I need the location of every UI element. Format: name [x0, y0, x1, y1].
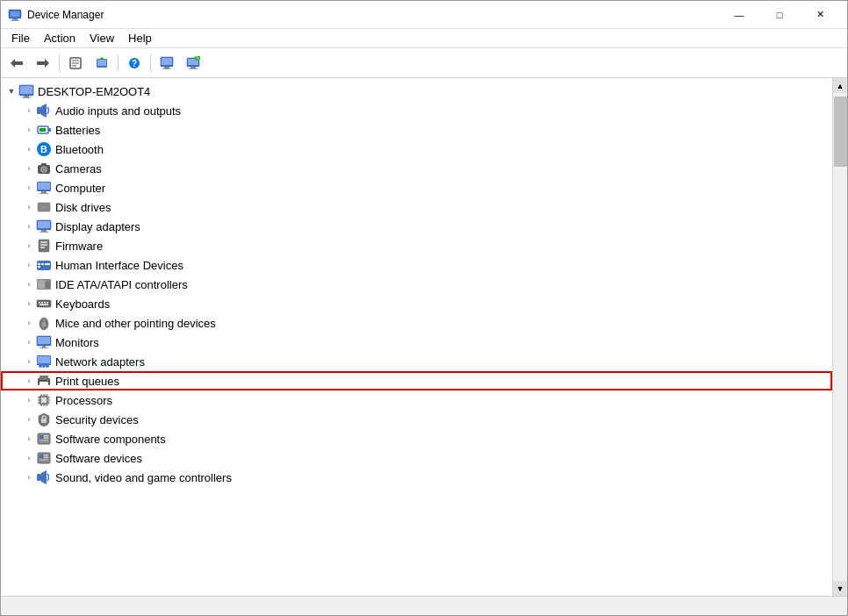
expand-arrow[interactable]: ›: [22, 374, 36, 388]
device-label: Processors: [55, 394, 112, 407]
back-button[interactable]: [4, 52, 29, 75]
svg-point-80: [39, 364, 42, 368]
device-icon: [36, 276, 52, 292]
svg-rect-44: [40, 193, 48, 194]
svg-rect-50: [41, 230, 47, 232]
status-bar: [1, 596, 847, 615]
device-icon: [36, 238, 52, 254]
tree-item[interactable]: ›Processors: [1, 390, 832, 410]
svg-rect-68: [44, 302, 46, 304]
tree-item[interactable]: ›Firmware: [1, 236, 832, 255]
expand-arrow[interactable]: ›: [22, 239, 36, 253]
svg-rect-88: [41, 398, 47, 403]
svg-rect-31: [37, 107, 41, 114]
expand-arrow[interactable]: ›: [22, 142, 36, 156]
tree-item[interactable]: ›Sound, video and game controllers: [1, 468, 832, 487]
tree-item[interactable]: ›Computer: [1, 178, 832, 197]
expand-arrow[interactable]: ›: [22, 219, 36, 233]
close-button[interactable]: ✕: [800, 1, 840, 29]
device-icon: [36, 296, 52, 312]
expand-arrow[interactable]: ›: [22, 297, 36, 311]
tree-panel[interactable]: ▼ DESKTOP-EM2OOT4 ›Audio inputs and outp…: [1, 78, 832, 596]
tree-item[interactable]: ›Print queues: [1, 371, 832, 390]
svg-marker-4: [11, 59, 15, 68]
resources-button[interactable]: [155, 52, 179, 75]
tree-item[interactable]: ›Network adapters: [1, 352, 832, 371]
svg-rect-67: [41, 302, 43, 304]
device-label: Bluetooth: [55, 143, 104, 156]
tree-item[interactable]: ›Batteries: [1, 120, 832, 140]
expand-arrow[interactable]: ›: [22, 451, 36, 465]
tree-item[interactable]: ›Audio inputs and outputs: [1, 101, 832, 120]
svg-rect-109: [40, 455, 43, 458]
svg-rect-84: [40, 376, 48, 380]
svg-text:↻: ↻: [196, 56, 199, 61]
scrollbar[interactable]: ▲ ▼: [832, 78, 847, 596]
expand-arrow[interactable]: ›: [22, 258, 36, 272]
root-item[interactable]: ▼ DESKTOP-EM2OOT4: [1, 82, 832, 101]
device-icon: [36, 161, 52, 176]
expand-arrow[interactable]: ›: [22, 355, 36, 369]
root-expand-arrow[interactable]: ▼: [4, 84, 18, 98]
svg-rect-43: [41, 191, 47, 193]
tree-item[interactable]: ›Display adapters: [1, 217, 832, 236]
scroll-up-button[interactable]: ▲: [833, 78, 848, 93]
svg-rect-104: [40, 435, 43, 439]
expand-arrow[interactable]: ›: [22, 432, 36, 446]
svg-rect-64: [46, 282, 50, 288]
help-button[interactable]: ?: [122, 52, 147, 75]
tree-item[interactable]: ›Software devices: [1, 448, 832, 468]
svg-rect-3: [11, 20, 19, 21]
tree-item[interactable]: ›Human Interface Devices: [1, 255, 832, 275]
tree-item[interactable]: ›Keyboards: [1, 294, 832, 313]
menu-action[interactable]: Action: [37, 30, 83, 47]
toolbar-separator-3: [150, 54, 151, 72]
expand-arrow[interactable]: ›: [22, 123, 36, 137]
scroll-down-button[interactable]: ▼: [833, 581, 848, 596]
expand-arrow[interactable]: ›: [22, 412, 36, 426]
tree-item[interactable]: ›Mice and other pointing devices: [1, 313, 832, 333]
expand-arrow[interactable]: ›: [22, 470, 36, 484]
expand-arrow[interactable]: ›: [22, 200, 36, 214]
svg-rect-19: [164, 67, 169, 68]
scan-button[interactable]: ↻: [181, 52, 205, 75]
tree-item[interactable]: ›Security devices: [1, 410, 832, 429]
tree-item[interactable]: ›IDE ATA/ATAPI controllers: [1, 275, 832, 294]
expand-arrow[interactable]: ›: [22, 104, 36, 118]
device-label: Batteries: [55, 124, 100, 137]
forward-button[interactable]: [31, 52, 55, 75]
svg-rect-13: [97, 60, 106, 66]
svg-text:?: ?: [132, 59, 137, 68]
svg-rect-5: [15, 61, 23, 65]
svg-rect-107: [44, 438, 48, 440]
menu-view[interactable]: View: [83, 30, 121, 47]
tree-item[interactable]: ›Software components: [1, 429, 832, 448]
svg-rect-105: [40, 440, 48, 441]
svg-rect-113: [37, 474, 41, 481]
expand-arrow[interactable]: ›: [22, 316, 36, 330]
menu-file[interactable]: File: [4, 30, 37, 47]
expand-arrow[interactable]: ›: [22, 393, 36, 407]
expand-arrow[interactable]: ›: [22, 161, 36, 175]
tree-item[interactable]: ›Monitors: [1, 333, 832, 352]
expand-arrow[interactable]: ›: [22, 335, 36, 349]
expand-arrow[interactable]: ›: [22, 181, 36, 195]
tree-item[interactable]: ›BBluetooth: [1, 140, 832, 159]
menu-help[interactable]: Help: [121, 30, 159, 47]
app-icon: [8, 8, 22, 22]
properties-button[interactable]: [63, 52, 88, 75]
device-icon: [36, 180, 52, 196]
update-driver-button[interactable]: [90, 52, 114, 75]
device-label: Audio inputs and outputs: [55, 104, 181, 118]
tree-item[interactable]: ›Cameras: [1, 159, 832, 178]
tree-item[interactable]: ›Disk drives: [1, 197, 832, 217]
expand-arrow[interactable]: ›: [22, 277, 36, 291]
maximize-button[interactable]: □: [759, 1, 800, 29]
svg-rect-112: [44, 457, 48, 459]
device-icon: [36, 354, 52, 369]
svg-rect-53: [40, 241, 47, 243]
scrollbar-thumb[interactable]: [834, 97, 847, 167]
minimize-button[interactable]: —: [719, 1, 759, 29]
svg-rect-66: [39, 302, 40, 304]
svg-rect-51: [40, 232, 48, 233]
